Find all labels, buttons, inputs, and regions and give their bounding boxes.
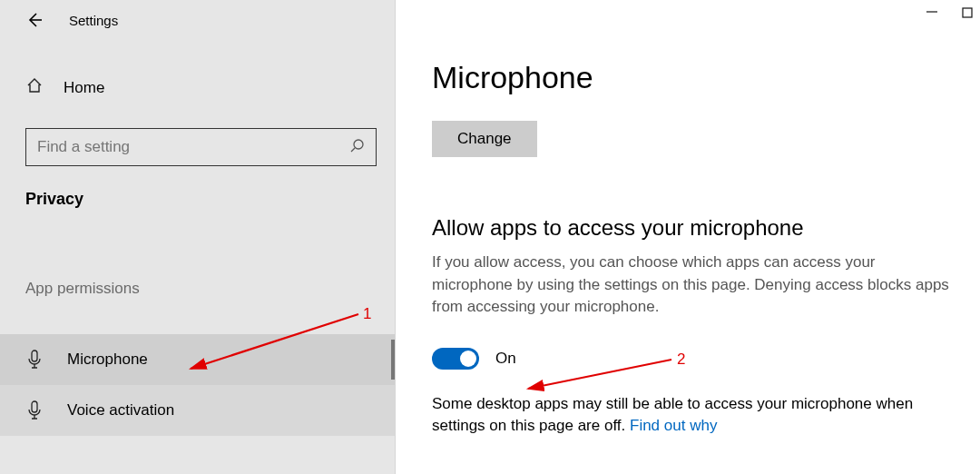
window-controls [926, 5, 973, 22]
window-title: Settings [69, 13, 118, 28]
search-container [0, 119, 395, 175]
section-description: If you allow access, you can choose whic… [432, 252, 956, 319]
find-out-why-link[interactable]: Find out why [630, 417, 717, 434]
sidebar-item-label: Voice activation [67, 401, 174, 420]
maximize-button[interactable] [962, 5, 973, 22]
sidebar-item-home[interactable]: Home [0, 67, 395, 108]
allow-apps-toggle-row: On [432, 348, 956, 370]
sidebar-item-label: Microphone [67, 351, 148, 369]
minimize-button[interactable] [926, 5, 938, 22]
content: Microphone Change Allow apps to access y… [396, 0, 980, 474]
home-label: Home [64, 79, 104, 97]
back-icon[interactable] [25, 11, 44, 29]
microphone-icon [25, 350, 44, 370]
search-icon [350, 138, 365, 156]
svg-rect-2 [32, 401, 37, 412]
category-header: Privacy [0, 175, 395, 209]
svg-rect-1 [32, 351, 37, 361]
sidebar-item-voice-activation[interactable]: Voice activation [0, 385, 395, 436]
change-button[interactable]: Change [432, 121, 537, 157]
sidebar: Settings Home Privacy App permissions Mi… [0, 0, 396, 474]
page-title: Microphone [432, 60, 956, 95]
titlebar: Settings [0, 0, 395, 40]
footnote: Some desktop apps may still be able to a… [432, 393, 956, 437]
search-input[interactable] [37, 138, 350, 156]
toggle-state-label: On [495, 350, 516, 368]
search-box[interactable] [25, 128, 377, 166]
section-title: Allow apps to access your microphone [432, 215, 956, 241]
allow-apps-toggle[interactable] [432, 348, 479, 370]
group-header: App permissions [0, 280, 395, 298]
voice-activation-icon [25, 400, 44, 420]
svg-rect-3 [963, 8, 972, 17]
home-icon [25, 76, 44, 99]
svg-point-0 [354, 140, 363, 149]
toggle-knob [460, 351, 476, 367]
sidebar-item-microphone[interactable]: Microphone [0, 334, 395, 385]
